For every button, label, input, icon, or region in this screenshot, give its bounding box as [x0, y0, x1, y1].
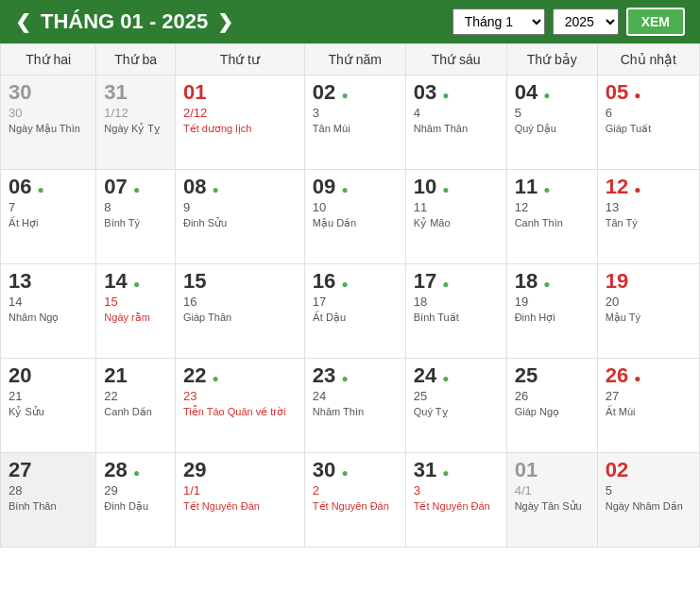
calendar-cell-2-5[interactable]: 18 ● 19 Đinh Hợi	[506, 264, 597, 359]
calendar-cell-0-5[interactable]: 04 ● 5 Quý Dậu	[506, 76, 597, 170]
year-select[interactable]: 20232024202520262027	[553, 8, 619, 35]
calendar-cell-4-3[interactable]: 30 ● 2 Tết Nguyên Đán	[304, 453, 405, 548]
calendar-cell-3-5[interactable]: 25 26 Giáp Ngọ	[506, 359, 597, 453]
calendar-cell-0-0[interactable]: 30 30 Ngày Mậu Thìn	[1, 76, 96, 170]
prev-month-button[interactable]: ❮	[15, 10, 31, 33]
calendar-cell-3-3[interactable]: 23 ● 24 Nhâm Thìn	[304, 359, 405, 453]
calendar-cell-1-6[interactable]: 12 ● 13 Tân Tý	[597, 170, 699, 264]
calendar-cell-4-0[interactable]: 27 28 Bính Thân	[1, 453, 96, 548]
calendar-cell-4-5[interactable]: 01 4/1 Ngày Tân Sửu	[506, 453, 597, 548]
header-controls: Tháng 1Tháng 2Tháng 3 Tháng 4Tháng 5Thán…	[452, 8, 685, 36]
calendar-cell-2-2[interactable]: 15 16 Giáp Thân	[175, 264, 304, 359]
calendar-cell-2-1[interactable]: 14 ● 15 Ngày rằm	[96, 264, 176, 359]
header: ❮ THÁNG 01 - 2025 ❯ Tháng 1Tháng 2Tháng …	[0, 0, 700, 43]
calendar-cell-1-0[interactable]: 06 ● 7 Ất Hợi	[1, 170, 96, 264]
calendar-cell-4-1[interactable]: 28 ● 29 Đinh Dậu	[96, 453, 176, 548]
calendar-cell-0-2[interactable]: 01 2/12 Tết dương lịch	[175, 76, 304, 170]
weekday-header-4: Thứ sáu	[405, 44, 506, 76]
weekday-header-3: Thứ năm	[304, 44, 405, 76]
header-title: THÁNG 01 - 2025	[41, 9, 208, 34]
calendar-cell-4-2[interactable]: 29 1/1 Tết Nguyên Đán	[175, 453, 304, 548]
calendar-cell-2-0[interactable]: 13 14 Nhâm Ngọ	[1, 264, 96, 359]
calendar-cell-1-5[interactable]: 11 ● 12 Canh Thìn	[506, 170, 597, 264]
calendar-cell-1-2[interactable]: 08 ● 9 Đinh Sửu	[175, 170, 304, 264]
calendar-cell-1-3[interactable]: 09 ● 10 Mậu Dần	[304, 170, 405, 264]
weekday-header-0: Thứ hai	[1, 44, 96, 76]
calendar-cell-3-4[interactable]: 24 ● 25 Quý Tỵ	[405, 359, 506, 453]
weekday-header-1: Thứ ba	[96, 44, 176, 76]
calendar-cell-3-6[interactable]: 26 ● 27 Ất Mùi	[597, 359, 699, 453]
weekday-header-6: Chủ nhật	[597, 44, 699, 76]
calendar-cell-2-3[interactable]: 16 ● 17 Ất Dậu	[304, 264, 405, 359]
weekday-header-2: Thứ tư	[175, 44, 304, 76]
calendar-cell-0-3[interactable]: 02 ● 3 Tân Mùi	[304, 76, 405, 170]
calendar-cell-3-0[interactable]: 20 21 Kỷ Sửu	[1, 359, 96, 453]
calendar-cell-2-6[interactable]: 19 20 Mậu Tý	[597, 264, 699, 359]
calendar-cell-4-4[interactable]: 31 ● 3 Tết Nguyên Đán	[405, 453, 506, 548]
next-month-button[interactable]: ❯	[217, 10, 233, 33]
calendar-cell-2-4[interactable]: 17 ● 18 Bính Tuất	[405, 264, 506, 359]
calendar-cell-0-6[interactable]: 05 ● 6 Giáp Tuất	[597, 76, 699, 170]
calendar-cell-4-6[interactable]: 02 5 Ngày Nhâm Dần	[597, 453, 699, 548]
calendar-cell-0-4[interactable]: 03 ● 4 Nhâm Thân	[405, 76, 506, 170]
month-select[interactable]: Tháng 1Tháng 2Tháng 3 Tháng 4Tháng 5Thán…	[452, 8, 545, 35]
weekday-header-5: Thứ bảy	[506, 44, 597, 76]
calendar-cell-1-4[interactable]: 10 ● 11 Kỷ Mão	[405, 170, 506, 264]
calendar-table: Thứ haiThứ baThứ tưThứ nămThứ sáuThứ bảy…	[0, 43, 700, 548]
calendar-cell-0-1[interactable]: 31 1/12 Ngày Kỷ Tỵ	[96, 76, 176, 170]
calendar-cell-1-1[interactable]: 07 ● 8 Bính Tý	[96, 170, 176, 264]
calendar-cell-3-1[interactable]: 21 22 Canh Dần	[96, 359, 176, 453]
calendar-cell-3-2[interactable]: 22 ● 23 Tiễn Táo Quân về trời	[175, 359, 304, 453]
view-button[interactable]: XEM	[626, 8, 685, 36]
